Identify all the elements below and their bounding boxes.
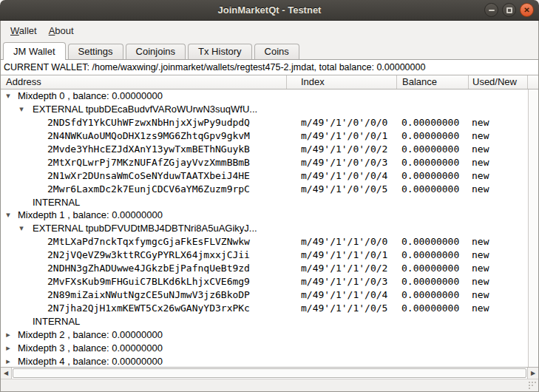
column-header-used-new[interactable]: Used/New: [469, 75, 528, 89]
address-row[interactable]: 2N2jVQeVZ9w3kttRCGyPYRLX64jmxxjCJiim/49'…: [1, 249, 528, 262]
index-cell: m/49'/1'/1'/0/2: [301, 262, 387, 275]
horizontal-scrollbar-thumb[interactable]: [13, 368, 526, 378]
minimize-button[interactable]: [484, 3, 498, 17]
branch-row[interactable]: ▾EXTERNAL tpubDEcaBudvfVARoWUrwN3suqWfU.…: [1, 103, 528, 116]
index-cell: m/49'/1'/0'/0/1: [301, 129, 387, 143]
maximize-button[interactable]: [502, 3, 516, 17]
menu-item-about[interactable]: About: [43, 23, 80, 38]
scroll-right-button[interactable]: ▶: [527, 368, 538, 379]
address-row[interactable]: 2N4NWKuAoUMQoDHX1zs9MG6ZhtqGpv9gkvMm/49'…: [1, 129, 528, 143]
mixdepth-label: Mixdepth 4 , balance: 0.00000000: [18, 355, 163, 367]
status-cell: new: [472, 262, 489, 275]
address-row[interactable]: 2N89miZaixNWutNgzCE5uNJmwV3jz6BkoDPm/49'…: [1, 288, 528, 302]
tab-settings[interactable]: Settings: [68, 44, 123, 59]
horizontal-scrollbar[interactable]: ◀ ▶: [1, 367, 538, 379]
status-cell: new: [472, 156, 489, 169]
internal-label: INTERNAL: [33, 196, 80, 209]
address-cell: 2N1wXr2DUnsaWmCoSeNYduwTAATXbeiJ4HE: [47, 169, 250, 183]
address-row[interactable]: 2Mwr6LaxmDc2k7EunjCDCV6aYM6Zuzm9rpCm/49'…: [1, 183, 528, 196]
close-button[interactable]: ✕: [520, 3, 534, 17]
mixdepth-label: Mixdepth 3 , balance: 0.00000000: [18, 342, 163, 355]
balance-cell: 0.00000000: [401, 249, 459, 262]
maximize-icon: [506, 7, 512, 13]
scroll-left-button[interactable]: ◀: [1, 368, 12, 379]
index-cell: m/49'/1'/0'/0/4: [301, 169, 387, 183]
expander-icon[interactable]: ▸: [3, 342, 13, 355]
balance-cell: 0.00000000: [401, 116, 459, 129]
branch-row[interactable]: ▾EXTERNAL tpubDFVUDtMBJ4DBTNri8A5uAGikyJ…: [1, 222, 528, 235]
address-cell: 2MvFXsKub9mFHGuiC7BLKd6kLhjxCVE6mg9: [47, 275, 250, 288]
address-row[interactable]: 2N7jha2QjH1xmKEWT5Cx26wGANyYD3rxPKcm/49'…: [1, 302, 528, 315]
expander-icon[interactable]: ▸: [3, 328, 13, 342]
mixdepth-row[interactable]: ▸Mixdepth 3 , balance: 0.00000000: [1, 342, 528, 355]
address-cell: 2Mvde3YhHcEZJdXAnY13ywTxmBEThNGuykB: [47, 143, 250, 156]
status-cell: new: [472, 169, 489, 183]
horizontal-scrollbar-track[interactable]: [12, 368, 527, 379]
titlebar[interactable]: JoinMarketQt - Testnet ✕: [0, 0, 539, 21]
tree-header: AddressIndexBalanceUsed/New: [1, 75, 538, 89]
menubar: WalletAbout: [1, 21, 538, 41]
minimize-icon: [489, 10, 495, 11]
address-cell: 2NDHN3gZhADUwwe4JGkzbEjPafnqUeBt9zd: [47, 262, 250, 275]
expander-icon[interactable]: ▸: [3, 355, 13, 367]
app-window: JoinMarketQt - Testnet ✕ WalletAbout JM …: [0, 0, 539, 392]
address-cell: 2N89miZaixNWutNgzCE5uNJmwV3jz6BkoDP: [47, 288, 250, 302]
column-header-filler: [528, 75, 538, 89]
balance-cell: 0.00000000: [401, 129, 459, 143]
tabbar: JM WalletSettingsCoinjoinsTx HistoryCoin…: [1, 41, 538, 60]
resize-grip-icon[interactable]: [528, 381, 536, 389]
status-cell: new: [472, 249, 489, 262]
index-cell: m/49'/1'/1'/0/1: [301, 249, 387, 262]
wallet-tree: AddressIndexBalanceUsed/New ▾Mixdepth 0 …: [1, 75, 538, 379]
expander-icon[interactable]: ▾: [3, 89, 13, 103]
mixdepth-label: Mixdepth 0 , balance: 0.00000000: [18, 89, 163, 103]
address-cell: 2N2jVQeVZ9w3kttRCGyPYRLX64jmxxjCJii: [47, 249, 250, 262]
internal-row[interactable]: INTERNAL: [1, 315, 528, 328]
index-cell: m/49'/1'/1'/0/0: [301, 235, 387, 249]
menu-item-wallet[interactable]: Wallet: [4, 23, 43, 38]
close-icon: ✕: [523, 7, 529, 14]
mixdepth-row[interactable]: ▸Mixdepth 4 , balance: 0.00000000: [1, 355, 528, 367]
vertical-scrollbar-track: [528, 89, 538, 367]
balance-cell: 0.00000000: [401, 169, 459, 183]
address-cell: 2N4NWKuAoUMQoDHX1zs9MG6ZhtqGpv9gkvM: [47, 129, 250, 143]
column-header-balance[interactable]: Balance: [397, 75, 469, 89]
status-cell: new: [472, 129, 489, 143]
address-row[interactable]: 2N1wXr2DUnsaWmCoSeNYduwTAATXbeiJ4HEm/49'…: [1, 169, 528, 183]
address-row[interactable]: 2NDHN3gZhADUwwe4JGkzbEjPafnqUeBt9zdm/49'…: [1, 262, 528, 275]
address-row[interactable]: 2MtXrQLwrPj7MKzNUFAfZGjayVvzXmmBBmBm/49'…: [1, 156, 528, 169]
status-cell: new: [472, 275, 489, 288]
tab-coinjoins[interactable]: Coinjoins: [126, 44, 186, 59]
address-row[interactable]: 2NDSfdY1YkCUhWFzwxNbHnjxXjwPy9udpdQm/49'…: [1, 116, 528, 129]
balance-cell: 0.00000000: [401, 156, 459, 169]
column-header-index[interactable]: Index: [287, 75, 397, 89]
column-header-address[interactable]: Address: [1, 75, 287, 89]
branch-label: EXTERNAL tpubDFVUDtMBJ4DBTNri8A5uAGikyJ.…: [33, 222, 257, 235]
index-cell: m/49'/1'/0'/0/3: [301, 156, 387, 169]
mixdepth-label: Mixdepth 1 , balance: 0.00000000: [18, 209, 163, 222]
mixdepth-row[interactable]: ▸Mixdepth 2 , balance: 0.00000000: [1, 328, 528, 342]
address-row[interactable]: 2MtLXaPd7nckTqxfymgcGjaFkEsFLVZNwkwm/49'…: [1, 235, 528, 249]
balance-cell: 0.00000000: [401, 288, 459, 302]
branch-label: EXTERNAL tpubDEcaBudvfVARoWUrwN3suqWfU..…: [33, 103, 257, 116]
current-wallet-banner: CURRENT WALLET: /home/waxwing/.joinmarke…: [1, 60, 538, 75]
expander-icon[interactable]: ▾: [16, 103, 27, 116]
tree-rows: ▾Mixdepth 0 , balance: 0.00000000▾EXTERN…: [1, 89, 528, 367]
status-cell: new: [472, 116, 489, 129]
address-row[interactable]: 2Mvde3YhHcEZJdXAnY13ywTxmBEThNGuykBm/49'…: [1, 143, 528, 156]
index-cell: m/49'/1'/1'/0/3: [301, 275, 387, 288]
status-cell: new: [472, 235, 489, 249]
tab-coins[interactable]: Coins: [254, 44, 299, 59]
tab-tx-history[interactable]: Tx History: [188, 44, 252, 59]
balance-cell: 0.00000000: [401, 275, 459, 288]
status-cell: new: [472, 302, 489, 315]
status-cell: new: [472, 288, 489, 302]
internal-row[interactable]: INTERNAL: [1, 196, 528, 209]
mixdepth-row[interactable]: ▾Mixdepth 0 , balance: 0.00000000: [1, 89, 528, 103]
window-controls: ✕: [484, 3, 534, 17]
mixdepth-row[interactable]: ▾Mixdepth 1 , balance: 0.00000000: [1, 209, 528, 222]
expander-icon[interactable]: ▾: [16, 222, 27, 235]
tab-jm-wallet[interactable]: JM Wallet: [3, 42, 66, 60]
expander-icon[interactable]: ▾: [3, 209, 13, 222]
address-row[interactable]: 2MvFXsKub9mFHGuiC7BLKd6kLhjxCVE6mg9m/49'…: [1, 275, 528, 288]
